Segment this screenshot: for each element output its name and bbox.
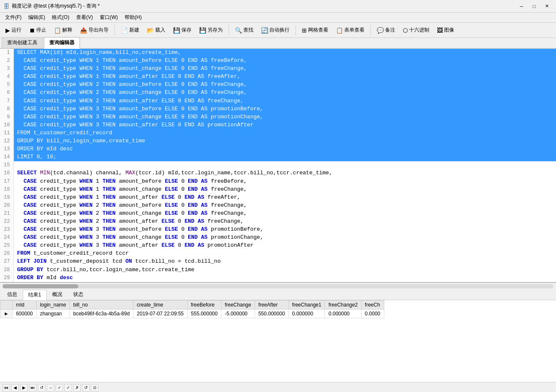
toolbar-btn-[interactable]: 📂载入: [144, 25, 168, 35]
menu-item-e[interactable]: 编辑(E): [25, 13, 48, 22]
toolbar-btn-[interactable]: 📤导出向导: [77, 25, 112, 35]
next-record-btn[interactable]: ▶: [20, 384, 28, 392]
line-content-11[interactable]: FROM t_customer_credit_record: [13, 129, 556, 137]
line-content-8[interactable]: CASE credit_type WHEN 3 THEN amount_befo…: [13, 105, 556, 113]
line-content-27[interactable]: LEFT JOIN t_customer_deposit tcd ON tccr…: [13, 258, 556, 266]
line-content-2[interactable]: CASE credit_type WHEN 1 THEN amount_befo…: [13, 57, 556, 65]
toolbar-btn-[interactable]: ⏹停止: [26, 25, 49, 35]
menu-item-v[interactable]: 查看(V): [73, 13, 96, 22]
toolbar-label-10: 网格查看: [308, 27, 328, 34]
maximize-button[interactable]: □: [528, 2, 540, 11]
toolbar-btn-[interactable]: 📋解释: [51, 25, 75, 35]
grid-header-login_name[interactable]: login_name: [36, 301, 69, 309]
window-controls: ─ □ ✕: [516, 2, 553, 11]
line-content-10[interactable]: CASE credit_type WHEN 3 THEN amount_afte…: [13, 121, 556, 129]
toolbar-label-12: 备注: [385, 27, 395, 34]
confirm2-btn[interactable]: ✓: [64, 384, 72, 392]
scrollbar-thumb[interactable]: [3, 284, 78, 288]
grid-header-create_time[interactable]: create_time: [133, 301, 187, 309]
line-content-13[interactable]: ORDER BY mId desc: [13, 145, 556, 153]
grid-header-bill_no[interactable]: bill_no: [69, 301, 133, 309]
refresh-btn[interactable]: ↺: [38, 384, 45, 392]
line-content-7[interactable]: CASE credit_type WHEN 2 THEN amount_afte…: [13, 97, 556, 105]
line-content-28[interactable]: GROUP BY tccr.bill_no,tccr.login_name,tc…: [13, 266, 556, 274]
tab-0[interactable]: 查询创建工具: [2, 37, 43, 48]
toolbar-btn-[interactable]: 🔍查找: [232, 25, 256, 35]
prev-record-btn[interactable]: ◀: [11, 384, 19, 392]
result-tab-信息[interactable]: 信息: [2, 289, 23, 300]
title-bar: 🗄 额度记录 @test (本地mysql5.7) - 查询 * ─ □ ✕: [0, 0, 556, 13]
tab-1[interactable]: 查询编辑器: [44, 37, 80, 49]
editor-table: 1SELECT MAX(id) mId,login_name,bill_no,c…: [0, 49, 556, 282]
line-number-9: 9: [0, 113, 13, 121]
line-content-21[interactable]: CASE credit_type WHEN 2 THEN amount_chan…: [13, 210, 556, 218]
grid-header-freeChange2[interactable]: freeChange2: [325, 301, 361, 309]
line-content-6[interactable]: CASE credit_type WHEN 2 THEN amount_chan…: [13, 89, 556, 97]
toolbar-btn-[interactable]: 📋表单查看: [333, 25, 367, 35]
menu-item-f[interactable]: 文件(F): [2, 13, 25, 22]
data-grid[interactable]: mIdlogin_namebill_nocreate_timefreeBefor…: [0, 300, 556, 382]
table-row[interactable]: ►600000zhangsanbceb496f-6c3a-4b5a-89d201…: [0, 309, 384, 318]
editor-line-1: 1SELECT MAX(id) mId,login_name,bill_no,c…: [0, 49, 556, 57]
toolbar-btn-[interactable]: 💬备注: [374, 25, 398, 35]
line-content-22[interactable]: CASE credit_type WHEN 2 THEN amount_afte…: [13, 218, 556, 226]
reload-btn[interactable]: ↺: [82, 384, 90, 392]
line-content-4[interactable]: CASE credit_type WHEN 1 THEN amount_afte…: [13, 73, 556, 81]
line-content-24[interactable]: CASE credit_type WHEN 3 THEN amount_chan…: [13, 234, 556, 242]
line-content-25[interactable]: CASE credit_type WHEN 3 THEN amount_afte…: [13, 242, 556, 250]
editor-area[interactable]: 1SELECT MAX(id) mId,login_name,bill_no,c…: [0, 49, 556, 283]
toolbar-separator-12: [370, 25, 371, 35]
toolbar-btn-[interactable]: ⊞网格查看: [299, 25, 331, 35]
forward-btn[interactable]: →: [47, 384, 54, 392]
line-number-18: 18: [0, 186, 13, 194]
toolbar-btn-[interactable]: 🔄自动换行: [258, 25, 293, 35]
first-record-btn[interactable]: ⏮: [3, 384, 10, 392]
scrollbar-track[interactable]: [3, 284, 553, 288]
grid-header-freeChange[interactable]: freeChange: [221, 301, 255, 309]
editor-line-8: 8 CASE credit_type WHEN 3 THEN amount_be…: [0, 105, 556, 113]
toolbar-btn-[interactable]: 💾保存: [170, 25, 194, 35]
line-content-14[interactable]: LIMIT 0, 10;: [13, 153, 556, 161]
line-content-9[interactable]: CASE credit_type WHEN 3 THEN amount_chan…: [13, 113, 556, 121]
line-content-16[interactable]: SELECT MIN(tcd.channal) channal, MAX(tcc…: [13, 169, 556, 177]
line-content-26[interactable]: FROM t_customer_credit_record tccr: [13, 250, 556, 258]
result-tab-概况[interactable]: 概况: [47, 289, 68, 300]
confirm-btn[interactable]: ✓: [56, 384, 63, 392]
line-number-21: 21: [0, 210, 13, 218]
line-content-15[interactable]: [13, 161, 556, 169]
close-button[interactable]: ✕: [541, 2, 553, 11]
toolbar-btn-[interactable]: ⬡十六进制: [400, 25, 432, 35]
line-content-12[interactable]: GROUP BY bill_no,login_name,create_time: [13, 137, 556, 145]
grid-header-freeChange1[interactable]: freeChange1: [289, 301, 325, 309]
menu-item-o[interactable]: 格式(O): [48, 13, 72, 22]
line-content-1[interactable]: SELECT MAX(id) mId,login_name,bill_no,cr…: [13, 49, 556, 57]
editor-line-10: 10 CASE credit_type WHEN 3 THEN amount_a…: [0, 121, 556, 129]
line-content-3[interactable]: CASE credit_type WHEN 1 THEN amount_chan…: [13, 65, 556, 73]
line-content-23[interactable]: CASE credit_type WHEN 3 THEN amount_befo…: [13, 226, 556, 234]
toolbar-btn-[interactable]: 📄新建: [118, 25, 142, 35]
grid-header-freeCh[interactable]: freeCh: [361, 301, 384, 309]
minimize-button[interactable]: ─: [516, 2, 527, 11]
cancel-btn[interactable]: ✗: [73, 384, 81, 392]
grid-header-freeAfter[interactable]: freeAfter: [255, 301, 288, 309]
horizontal-scrollbar[interactable]: [0, 283, 556, 289]
line-content-5[interactable]: CASE credit_type WHEN 2 THEN amount_befo…: [13, 81, 556, 89]
grid-header-mId[interactable]: mId: [12, 301, 36, 309]
result-tab-状态[interactable]: 状态: [68, 289, 89, 300]
dot-btn[interactable]: ⊙: [91, 384, 98, 392]
toolbar-btn-[interactable]: 💾另存为: [196, 25, 226, 35]
line-content-19[interactable]: CASE credit_type WHEN 1 THEN amount_afte…: [13, 194, 556, 202]
last-record-btn[interactable]: ⏭: [29, 384, 37, 392]
line-content-20[interactable]: CASE credit_type WHEN 2 THEN amount_befo…: [13, 202, 556, 210]
result-tab-结果1[interactable]: 结果1: [23, 290, 47, 300]
line-content-29[interactable]: ORDER BY mId desc: [13, 274, 556, 282]
grid-header-freeBefore[interactable]: freeBefore: [187, 301, 221, 309]
line-number-7: 7: [0, 97, 13, 105]
toolbar-btn-[interactable]: ▶运行: [3, 25, 24, 35]
menu-item-w[interactable]: 窗口(W): [96, 13, 121, 22]
line-number-3: 3: [0, 65, 13, 73]
menu-item-h[interactable]: 帮助(H): [121, 13, 145, 22]
line-content-18[interactable]: CASE credit_type WHEN 1 THEN amount_chan…: [13, 186, 556, 194]
toolbar-btn-[interactable]: 🖼图像: [434, 25, 457, 35]
line-content-17[interactable]: CASE credit_type WHEN 1 THEN amount_befo…: [13, 178, 556, 186]
